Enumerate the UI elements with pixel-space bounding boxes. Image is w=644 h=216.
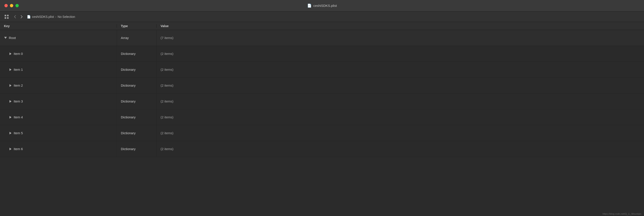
expand-icon-item1[interactable] xyxy=(9,68,12,71)
breadcrumb-separator: › xyxy=(55,15,56,18)
title-file-icon: 📄 xyxy=(307,3,312,8)
value-cell-item3: (2 items) xyxy=(156,93,644,109)
key-label-item2: Item 2 xyxy=(14,84,23,87)
key-label-item1: Item 1 xyxy=(14,68,23,71)
key-label-item5: Item 5 xyxy=(14,131,23,135)
breadcrumb-file-icon: 📄 xyxy=(27,15,31,18)
table-row[interactable]: Item 2 Dictionary (2 items) xyxy=(0,78,644,93)
type-cell-item1: Dictionary xyxy=(117,62,156,77)
expand-icon-item0[interactable] xyxy=(9,52,12,55)
minimize-button[interactable] xyxy=(10,4,13,7)
expand-icon-item4[interactable] xyxy=(9,116,12,119)
title-bar-center: 📄 ceshiSDKS.plist xyxy=(307,3,337,8)
key-label-item0: Item 0 xyxy=(14,52,23,55)
expand-icon-item2[interactable] xyxy=(9,84,12,87)
breadcrumb: 📄 ceshiSDKS.plist › No Selection xyxy=(27,15,75,18)
value-cell-item6: (2 items) xyxy=(156,141,644,157)
table-row[interactable]: Item 5 Dictionary (2 items) xyxy=(0,125,644,141)
value-cell-item1: (2 items) xyxy=(156,62,644,77)
header-type: Type xyxy=(117,24,156,28)
expand-icon-item5[interactable] xyxy=(9,132,12,135)
table-row[interactable]: Item 4 Dictionary (2 items) xyxy=(0,109,644,125)
forward-button[interactable] xyxy=(19,14,24,19)
header-key: Key xyxy=(0,24,117,28)
window-controls xyxy=(4,4,19,7)
value-cell-root: (7 items) xyxy=(156,30,644,46)
value-cell-item0: (2 items) xyxy=(156,46,644,61)
close-button[interactable] xyxy=(4,4,8,7)
header-value: Value xyxy=(156,24,644,28)
svg-rect-2 xyxy=(5,17,6,19)
toolbar: 📄 ceshiSDKS.plist › No Selection xyxy=(0,11,644,22)
svg-rect-0 xyxy=(5,15,6,16)
table-row[interactable]: Item 3 Dictionary (2 items) xyxy=(0,93,644,109)
footer-url: https://blog.csdn.net/Q_Li_Mountain xyxy=(602,213,641,215)
expand-icon-root[interactable] xyxy=(4,36,7,39)
key-cell-item6: Item 6 xyxy=(0,141,117,157)
key-cell-item0: Item 0 xyxy=(0,46,117,61)
key-cell-item4: Item 4 xyxy=(0,109,117,125)
type-cell-item6: Dictionary xyxy=(117,141,156,157)
type-cell-root: Array xyxy=(117,30,156,46)
window-title: ceshiSDKS.plist xyxy=(314,4,337,7)
type-cell-item4: Dictionary xyxy=(117,109,156,125)
key-cell-item3: Item 3 xyxy=(0,93,117,109)
value-cell-item2: (2 items) xyxy=(156,78,644,93)
table-row[interactable]: Root Array (7 items) xyxy=(0,30,644,46)
toolbar-nav xyxy=(12,14,24,19)
table-row[interactable]: Item 1 Dictionary (2 items) xyxy=(0,62,644,78)
key-label-item4: Item 4 xyxy=(14,115,23,119)
footer: https://blog.csdn.net/Q_Li_Mountain xyxy=(600,212,644,216)
back-button[interactable] xyxy=(12,14,18,19)
plist-table: Root Array (7 items) Item 0 Dictionary (… xyxy=(0,30,644,157)
table-header: Key Type Value xyxy=(0,22,644,30)
key-cell-item5: Item 5 xyxy=(0,125,117,141)
breadcrumb-file: ceshiSDKS.plist xyxy=(32,15,54,18)
key-cell-item1: Item 1 xyxy=(0,62,117,77)
key-label-item3: Item 3 xyxy=(14,99,23,103)
expand-icon-item6[interactable] xyxy=(9,147,12,151)
key-cell-item2: Item 2 xyxy=(0,78,117,93)
value-cell-item5: (2 items) xyxy=(156,125,644,141)
key-label-item6: Item 6 xyxy=(14,147,23,151)
grid-view-button[interactable] xyxy=(4,14,10,20)
svg-rect-1 xyxy=(7,15,8,16)
table-row[interactable]: Item 6 Dictionary (2 items) xyxy=(0,141,644,157)
type-cell-item0: Dictionary xyxy=(117,46,156,61)
table-row[interactable]: Item 0 Dictionary (2 items) xyxy=(0,46,644,62)
maximize-button[interactable] xyxy=(16,4,19,7)
svg-rect-3 xyxy=(7,17,8,19)
type-cell-item2: Dictionary xyxy=(117,78,156,93)
expand-icon-item3[interactable] xyxy=(9,100,12,103)
title-bar: 📄 ceshiSDKS.plist xyxy=(0,0,644,11)
key-label-root: Root xyxy=(9,36,16,40)
type-cell-item3: Dictionary xyxy=(117,93,156,109)
type-cell-item5: Dictionary xyxy=(117,125,156,141)
breadcrumb-current: No Selection xyxy=(58,15,75,18)
value-cell-item4: (2 items) xyxy=(156,109,644,125)
key-cell-root: Root xyxy=(0,30,117,46)
